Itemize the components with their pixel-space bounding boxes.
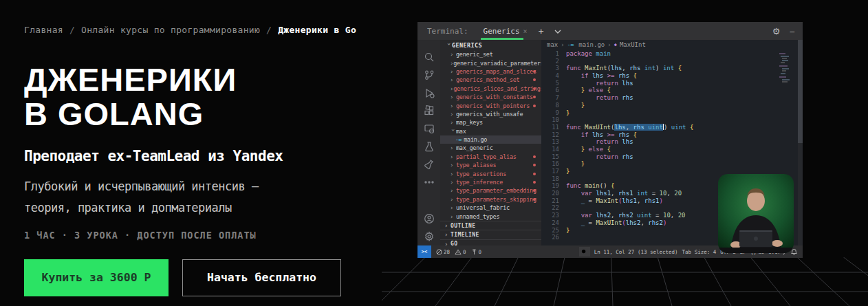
scrollbar-thumb[interactable] [798, 40, 803, 143]
modified-dot [533, 155, 536, 158]
buy-button[interactable]: Купить за 3600 Р [24, 259, 169, 296]
chevron-icon: › [450, 179, 456, 186]
chevron-icon: › [450, 212, 456, 219]
editor-breadcrumb[interactable]: max› -∞ main.go› ◆ MaxUInt [541, 40, 803, 50]
modified-dot [533, 173, 536, 175]
person-hand [772, 240, 783, 247]
gear-icon[interactable]: ⚙ [772, 26, 781, 36]
tree-item-type_inference[interactable]: ›type_inference [440, 178, 541, 186]
course-subtitle: Преподает ex-TeamLead из Yandex [24, 148, 368, 164]
sidebar-section-go[interactable]: ›GO [440, 239, 541, 245]
go-file-icon: -∞ [455, 137, 462, 143]
tree-item-unnamed_types[interactable]: ›unnamed_types [440, 212, 541, 220]
run-debug-icon[interactable] [422, 84, 437, 102]
tree-item-generic_variadic_parameters[interactable]: ›generic_variadic_parameters [440, 58, 541, 67]
account-icon[interactable] [422, 210, 437, 228]
search-icon[interactable] [422, 48, 437, 66]
tree-item-generics_with_constants[interactable]: ›generics_with_constants [440, 93, 541, 101]
sidebar-section-outline[interactable]: ›OUTLINE [440, 221, 541, 230]
sidebar-section-timeline[interactable]: ›TIMELINE [440, 230, 541, 239]
modified-dot [533, 198, 536, 201]
forwarded-ports[interactable]: 0 [471, 249, 482, 255]
remote-indicator[interactable]: >< [417, 245, 431, 258]
chevron-icon: › [450, 59, 453, 66]
source-control-icon[interactable] [422, 66, 437, 84]
sidebar-sections: ›OUTLINE›TIMELINE›GO [440, 221, 541, 245]
perspective-grid-background [382, 257, 868, 306]
error-icon [436, 249, 442, 255]
start-free-button[interactable]: Начать бесплатно [182, 259, 341, 296]
explorer-section-header[interactable]: › GENERICS [440, 40, 541, 50]
tree-item-generics_with_unsafe[interactable]: ›generics_with_unsafe [440, 110, 541, 118]
go-file-icon: -∞ [567, 42, 574, 48]
code-line: 3func MaxInt(lhs, rhs int) int { [541, 65, 786, 72]
editor-titlebar: Terminal: Generics × + ⚙ – [417, 22, 803, 40]
chevron-icon: › [450, 128, 457, 134]
code-line: 2 [541, 58, 786, 65]
status-tab-size[interactable]: Tab Size: 4 [682, 249, 717, 255]
terminal-label: Terminal: [427, 27, 468, 36]
tree-item-max_generic[interactable]: ›max_generic [440, 144, 541, 152]
code-line: 8 } [541, 102, 786, 109]
code-line: 1package main [541, 50, 786, 58]
code-line: 16 } [541, 160, 786, 168]
explorer-sidebar: › GENERICS ›generic_set›generic_variadic… [440, 40, 541, 245]
zoom-out-icon[interactable] [579, 247, 590, 256]
tree-item-type_aliases[interactable]: ›type_aliases [440, 161, 541, 169]
code-line: 4 if lhs >= rhs { [541, 72, 786, 80]
code-line: 14 } else { [541, 146, 786, 153]
chevron-icon: › [450, 153, 456, 160]
chevron-down-icon[interactable] [554, 27, 561, 36]
breadcrumb-courses[interactable]: Онлайн курсы по программированию [81, 25, 260, 35]
tree-item-generics_method_set[interactable]: ›generics_method_set [440, 76, 541, 84]
modified-dot [533, 87, 536, 90]
chevron-icon: › [450, 204, 456, 211]
tree-item-max[interactable]: ›max [440, 127, 541, 135]
tree-item-type_parameters_skipping[interactable]: ›type_parameters_skipping [440, 195, 541, 204]
bell-icon[interactable] [791, 248, 797, 255]
breadcrumb-home[interactable]: Главная [24, 25, 63, 35]
chevron-icon: › [450, 102, 456, 109]
method-symbol-icon: ◆ [614, 42, 617, 47]
tree-item-universal_fabric[interactable]: ›universal_fabric [440, 204, 541, 212]
problems-errors[interactable]: 28 [436, 249, 450, 255]
tree-item-generics_with_pointers[interactable]: ›generics_with_pointers [440, 101, 541, 109]
chevron-icon: › [450, 94, 456, 100]
modified-dot [533, 96, 536, 98]
chevron-icon: › [450, 119, 456, 126]
chevron-icon: › [450, 110, 456, 117]
modified-dot [533, 105, 536, 107]
testing-icon[interactable] [422, 138, 437, 155]
more-icon[interactable] [422, 173, 437, 191]
add-tab-icon[interactable]: + [539, 27, 544, 36]
status-line-col[interactable]: Ln 11, Col 27 (13 selected) [594, 249, 678, 255]
tree-item-main.go[interactable]: -∞main.go [440, 135, 541, 144]
scrollbar[interactable] [798, 40, 803, 245]
tools-icon[interactable] [422, 155, 437, 173]
tree-item-type_assertions[interactable]: ›type_assertions [440, 169, 541, 177]
activity-bar [417, 40, 440, 245]
tree-item-partial_type_alias[interactable]: ›partial_type_alias [440, 153, 541, 161]
code-line: 13 return lhs [541, 138, 786, 146]
breadcrumb-separator: / [69, 25, 75, 35]
tab-generics[interactable]: Generics × [484, 22, 528, 40]
modified-dot [533, 164, 536, 166]
extensions-icon[interactable] [422, 102, 437, 120]
settings-icon[interactable] [422, 228, 437, 245]
close-tab-icon[interactable]: × [523, 28, 528, 35]
chevron-icon: › [450, 162, 456, 168]
tree-item-map_keys[interactable]: ›map_keys [440, 118, 541, 127]
minimap[interactable] [779, 52, 794, 94]
chevron-icon: › [450, 51, 456, 58]
tree-item-generic_set[interactable]: ›generic_set [440, 50, 541, 58]
cta-buttons: Купить за 3600 Р Начать бесплатно [24, 259, 368, 296]
tree-item-generics_maps_and_slices[interactable]: ›generics_maps_and_slices [440, 67, 541, 76]
tree-item-generics_slices_and_strings[interactable]: ›generics_slices_and_strings [440, 85, 541, 93]
chevron-icon: › [450, 144, 456, 151]
problems-warnings[interactable]: 0 [455, 249, 466, 255]
chevron-icon: › [450, 187, 456, 194]
remote-explorer-icon[interactable] [422, 120, 437, 138]
tree-item-type_parameter_embedding[interactable]: ›type_parameter_embedding [440, 186, 541, 195]
chevron-icon: › [450, 195, 456, 202]
minimize-icon[interactable]: – [790, 27, 794, 36]
